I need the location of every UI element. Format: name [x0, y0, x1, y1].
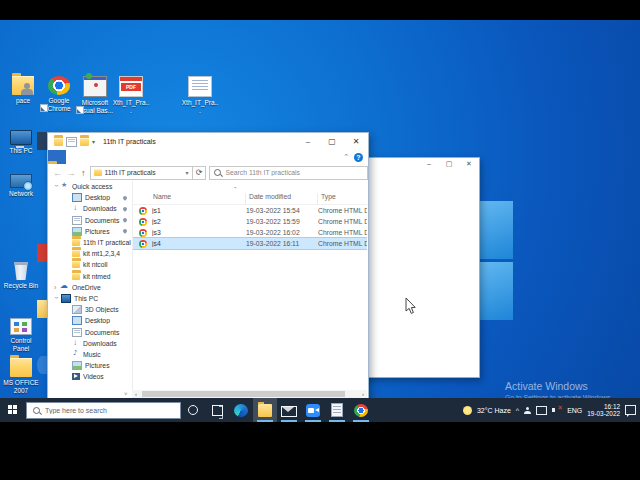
search-input[interactable]: Search 11th IT practicals: [209, 166, 368, 180]
sidebar-item[interactable]: › Pictures: [48, 360, 131, 371]
back-icon[interactable]: ←: [53, 168, 62, 178]
sidebar-item[interactable]: › Downloads: [48, 338, 131, 349]
taskbar-icon-explorer[interactable]: [253, 398, 277, 422]
language-indicator[interactable]: ENG: [567, 407, 582, 414]
sidebar-item[interactable]: › Music: [48, 349, 131, 360]
sidebar-item[interactable]: › Documents: [48, 326, 131, 337]
desktop-icon[interactable]: Network: [2, 172, 40, 198]
sidebar-item[interactable]: › Downloads: [48, 203, 131, 214]
sidebar-item[interactable]: › Videos: [48, 371, 131, 382]
properties-icon[interactable]: [66, 137, 77, 147]
file-row[interactable]: js4 19-03-2022 16:11 Chrome HTML Do: [133, 238, 367, 249]
taskbar-icon-chrome[interactable]: [349, 398, 373, 422]
music-icon: [72, 351, 80, 358]
sidebar-item-label: Music: [83, 351, 131, 358]
user-tray-icon[interactable]: [524, 407, 531, 414]
taskbar-icon-cortana[interactable]: [181, 398, 205, 422]
taskbar-icon-edge[interactable]: [229, 398, 253, 422]
sidebar-item[interactable]: › This PC: [48, 293, 131, 304]
taskbar-search-input[interactable]: Type here to search: [26, 402, 181, 419]
desktop-icon[interactable]: pace: [4, 76, 42, 105]
desktop-icon[interactable]: Xth_IT_Pra...: [181, 76, 219, 114]
maximize-button[interactable]: ▢: [320, 133, 344, 150]
file-row[interactable]: js1 19-03-2022 15:54 Chrome HTML Do: [133, 205, 367, 216]
forward-icon[interactable]: →: [67, 168, 76, 178]
chevron-down-icon[interactable]: ▾: [186, 169, 189, 176]
sidebar-item[interactable]: › 3D Objects: [48, 304, 131, 315]
ribbon-tab-share[interactable]: [84, 150, 102, 164]
sidebar-item[interactable]: › Desktop: [48, 192, 131, 203]
sidebar-item-label: 3D Objects: [85, 306, 131, 313]
scroll-right-icon[interactable]: ›: [359, 391, 367, 397]
close-button[interactable]: ✕: [459, 158, 479, 170]
sidebar-item-label: Pictures: [85, 228, 131, 235]
chevron-icon[interactable]: ›: [53, 296, 60, 300]
desktop-icon-label: Recycle Bin: [2, 282, 40, 290]
maximize-button[interactable]: ▢: [439, 158, 459, 170]
start-button[interactable]: [0, 398, 26, 422]
sidebar-item-label: Downloads: [83, 340, 131, 347]
minimize-button[interactable]: –: [419, 158, 439, 170]
ribbon-tab-view[interactable]: [102, 150, 120, 164]
taskbar-icon-taskview[interactable]: [205, 398, 229, 422]
address-bar: ← → ↑ 11th IT practicals ▾ ⟳ Search 11th…: [48, 164, 368, 181]
sidebar-item[interactable]: › kit ntcoll: [48, 259, 131, 270]
picture-icon: [72, 227, 82, 236]
sidebar-item[interactable]: › kit mt1,2,3,4: [48, 248, 131, 259]
collapse-ribbon-icon[interactable]: ⌃: [343, 153, 349, 161]
sidebar-item[interactable]: › Quick access: [48, 181, 131, 192]
sidebar-item[interactable]: › OneDrive: [48, 282, 131, 293]
file-explorer-window: ▾ 11th IT practicals – ▢ ✕ ⌃ ? ← → ↑: [47, 132, 369, 414]
clock[interactable]: 16:12 19-03-2022: [587, 403, 620, 418]
sidebar-item[interactable]: › Pictures: [48, 226, 131, 237]
help-icon[interactable]: ?: [354, 153, 363, 162]
desktop-icon-label: Xth_IT_Pra...: [181, 99, 219, 114]
sidebar-scroll-down-icon[interactable]: ˅: [124, 391, 128, 397]
refresh-icon[interactable]: ⟳: [193, 166, 207, 180]
taskbar-icon-mail[interactable]: [277, 398, 301, 422]
taskbar-icon-zoom[interactable]: [301, 398, 325, 422]
chevron-icon[interactable]: ›: [54, 284, 58, 291]
file-row[interactable]: js3 19-03-2022 16:02 Chrome HTML Do: [133, 227, 367, 238]
desktop-icon[interactable]: Google Chrome: [40, 76, 78, 112]
notepad-icon: [331, 403, 343, 417]
ribbon-right-controls: ⌃ ?: [343, 150, 363, 164]
horizontal-scrollbar[interactable]: ‹ ›: [132, 390, 367, 398]
weather-sun-icon[interactable]: [463, 406, 472, 415]
desktop-icon[interactable]: Microsoft Visual Bas...: [76, 76, 114, 114]
desktop-icon[interactable]: Xth_IT_Pra...: [112, 76, 150, 114]
desktop-icon[interactable]: Recycle Bin: [2, 262, 40, 290]
window-controls: – ▢ ✕: [296, 133, 368, 150]
taskbar-icon-notepad[interactable]: [325, 398, 349, 422]
scrollbar-thumb[interactable]: [142, 391, 345, 397]
mail-icon: [281, 406, 297, 417]
file-row[interactable]: js2 19-03-2022 15:59 Chrome HTML Do: [133, 216, 367, 227]
display-tray-icon[interactable]: [536, 406, 547, 415]
sidebar-item-label: OneDrive: [72, 284, 131, 291]
tray-date: 19-03-2022: [587, 410, 620, 418]
up-icon[interactable]: ↑: [81, 168, 86, 178]
folder-icon: [54, 138, 63, 146]
column-header-date-modified[interactable]: Date modified: [246, 193, 318, 204]
ribbon-tab-home[interactable]: [66, 150, 84, 164]
show-hidden-icons-chevron[interactable]: ^: [516, 407, 519, 414]
close-button[interactable]: ✕: [344, 133, 368, 150]
chevron-icon[interactable]: ›: [53, 185, 60, 189]
desktop-icon[interactable]: MS OFFICE 2007: [2, 358, 40, 394]
sidebar-item[interactable]: › Desktop: [48, 315, 131, 326]
column-header-name[interactable]: Name: [133, 193, 246, 204]
customize-toolbar-icon[interactable]: ▾: [92, 138, 95, 145]
explorer-title-bar[interactable]: ▾ 11th IT practicals – ▢ ✕: [48, 133, 368, 150]
sidebar-item[interactable]: › 11th IT practicals: [48, 237, 131, 248]
desktop-icon[interactable]: This PC: [2, 128, 40, 155]
desktop-icon[interactable]: Control Panel: [2, 316, 40, 352]
new-folder-icon[interactable]: [80, 138, 89, 146]
scroll-left-icon[interactable]: ‹: [132, 391, 140, 397]
breadcrumb[interactable]: 11th IT practicals ▾: [90, 166, 193, 180]
column-header-type[interactable]: Type: [318, 193, 367, 204]
speaker-muted-icon[interactable]: [552, 406, 562, 414]
sidebar-item[interactable]: › Documents: [48, 215, 131, 226]
weather-text[interactable]: 32°C Haze: [477, 407, 511, 414]
minimize-button[interactable]: –: [296, 133, 320, 150]
notification-center-icon[interactable]: [625, 405, 636, 415]
